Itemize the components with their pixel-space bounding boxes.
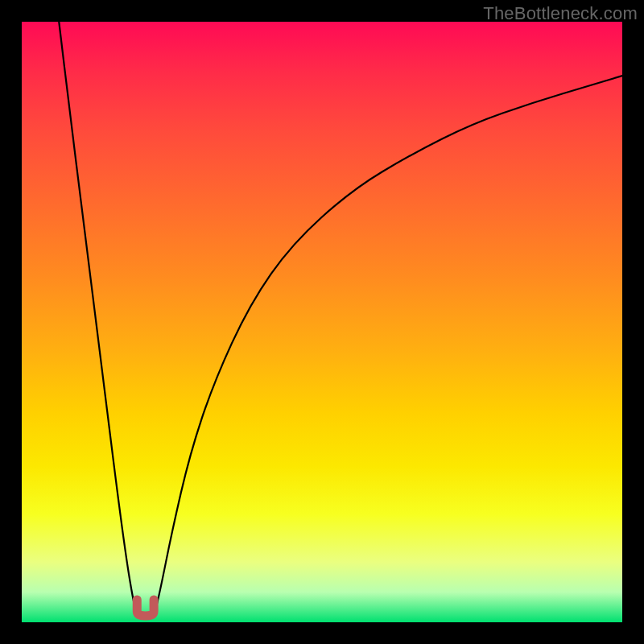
outer-frame: TheBottleneck.com (0, 0, 644, 644)
curve-left-branch (59, 22, 137, 617)
curve-right-branch (154, 76, 622, 616)
balance-marker (137, 600, 154, 616)
watermark-text: TheBottleneck.com (483, 3, 638, 24)
curve-layer (22, 22, 622, 622)
